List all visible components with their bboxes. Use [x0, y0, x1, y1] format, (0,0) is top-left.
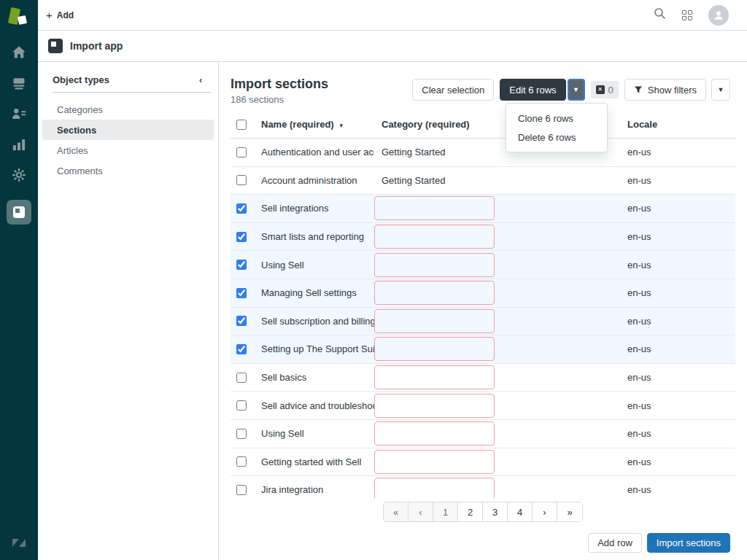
- table-row: Sell subscription and billing en-us: [231, 308, 735, 336]
- row-checkbox[interactable]: [236, 175, 247, 185]
- row-category: [374, 225, 506, 249]
- row-checkbox[interactable]: [236, 485, 247, 495]
- category-input[interactable]: [374, 450, 495, 474]
- category-input[interactable]: [374, 421, 495, 446]
- category-input[interactable]: [374, 478, 495, 498]
- app-switcher-icon[interactable]: [682, 10, 692, 20]
- column-header-name[interactable]: Name (required)▼: [261, 119, 374, 130]
- row-locale: en-us: [620, 147, 735, 158]
- row-locale: en-us: [620, 343, 735, 354]
- app-window: + Add Import app Object types ‹ Categori…: [0, 0, 747, 560]
- category-input[interactable]: [374, 196, 495, 220]
- page-button[interactable]: »: [557, 502, 582, 521]
- edit-rows-button[interactable]: Edit 6 rows: [500, 79, 565, 101]
- row-checkbox[interactable]: [236, 203, 247, 214]
- search-icon[interactable]: [654, 7, 666, 23]
- row-name: Managing Sell settings: [261, 287, 374, 298]
- footer-actions: Add row Import sections: [588, 533, 730, 553]
- add-row-button[interactable]: Add row: [588, 533, 642, 553]
- add-button[interactable]: + Add: [46, 9, 74, 20]
- table-body: Authentication and user accounts Getting…: [231, 139, 735, 498]
- row-checkbox[interactable]: [236, 288, 247, 298]
- row-checkbox[interactable]: [236, 260, 247, 270]
- page-button[interactable]: ‹: [409, 502, 433, 521]
- import-app-icon[interactable]: [7, 200, 31, 225]
- page-button[interactable]: «: [384, 502, 409, 521]
- stack-icon[interactable]: [12, 76, 26, 90]
- page-button[interactable]: 3: [483, 502, 508, 521]
- row-checkbox[interactable]: [236, 429, 247, 439]
- row-checkbox[interactable]: [236, 400, 247, 411]
- menu-item[interactable]: Delete 6 rows: [506, 128, 607, 147]
- clear-selection-button[interactable]: Clear selection: [412, 79, 494, 101]
- row-name: Smart lists and reporting: [261, 231, 374, 242]
- row-category: [374, 281, 506, 305]
- page-button[interactable]: 4: [508, 502, 533, 521]
- row-name: Account administration: [261, 175, 374, 186]
- page-title: Import sections: [231, 77, 328, 92]
- select-all-checkbox[interactable]: [236, 120, 247, 130]
- show-filters-label: Show filters: [648, 85, 697, 96]
- page-button[interactable]: 1: [433, 502, 458, 521]
- row-checkbox[interactable]: [236, 373, 247, 383]
- import-sections-button[interactable]: Import sections: [647, 533, 730, 553]
- table-row: Setting up The Support Suite en-us: [231, 335, 735, 364]
- page-button[interactable]: 2: [458, 502, 483, 521]
- show-filters-button[interactable]: Show filters: [624, 79, 706, 101]
- gear-icon[interactable]: [12, 168, 26, 182]
- avatar[interactable]: [708, 5, 729, 26]
- category-input[interactable]: [374, 309, 495, 333]
- row-locale: en-us: [620, 287, 735, 298]
- table-row: Sell advice and troubleshooting en-us: [231, 392, 735, 420]
- import-app-header-icon: [48, 39, 63, 53]
- sidebar-item-articles[interactable]: Articles: [42, 140, 214, 160]
- row-locale: en-us: [620, 428, 735, 439]
- filter-icon: [634, 85, 643, 94]
- table-row: Sell basics en-us: [231, 364, 735, 392]
- sidebar-item-sections[interactable]: Sections: [42, 120, 214, 140]
- row-checkbox[interactable]: [236, 344, 247, 354]
- category-input[interactable]: [374, 253, 495, 277]
- sections-table: Name (required)▼ Category (required) Loc…: [231, 111, 735, 498]
- home-icon[interactable]: [12, 45, 26, 60]
- menu-item[interactable]: Clone 6 rows: [506, 109, 607, 128]
- table-row: Using Sell en-us: [231, 251, 735, 279]
- more-actions-dropdown-button[interactable]: ▼: [711, 79, 730, 101]
- badge-count: 0: [608, 85, 614, 96]
- row-checkbox[interactable]: [236, 147, 247, 158]
- contacts-icon[interactable]: [12, 106, 26, 121]
- edit-rows-dropdown-button[interactable]: ▼: [568, 79, 585, 101]
- column-header-locale[interactable]: Locale: [620, 119, 735, 130]
- sidebar-item-categories[interactable]: Categories: [42, 99, 214, 120]
- category-input[interactable]: [374, 281, 495, 305]
- zendesk-logo: [11, 537, 27, 551]
- column-header-category[interactable]: Category (required): [374, 119, 506, 130]
- sidebar-item-comments[interactable]: Comments: [42, 160, 214, 181]
- row-locale: en-us: [620, 456, 735, 467]
- row-checkbox[interactable]: [236, 232, 247, 242]
- row-checkbox[interactable]: [236, 316, 247, 326]
- brand-logo-icon[interactable]: [7, 7, 31, 29]
- collapse-panel-icon[interactable]: ‹: [199, 75, 202, 85]
- category-input[interactable]: [374, 337, 495, 361]
- brand-logo-white-shape: [18, 15, 27, 25]
- table-row: Using Sell en-us: [231, 420, 735, 448]
- page-button[interactable]: ›: [533, 502, 557, 521]
- selection-badge[interactable]: ✕ 0: [591, 81, 619, 98]
- row-category: [374, 337, 506, 361]
- chart-icon[interactable]: [12, 137, 26, 152]
- sort-desc-icon: ▼: [338, 122, 344, 129]
- row-locale: en-us: [620, 231, 735, 242]
- row-locale: en-us: [620, 484, 735, 495]
- pagination: «‹1234›»: [383, 502, 583, 522]
- category-input[interactable]: [374, 394, 495, 418]
- plus-icon: +: [46, 9, 53, 20]
- category-input[interactable]: [374, 225, 495, 249]
- row-locale: en-us: [620, 372, 735, 383]
- row-category: [374, 394, 506, 418]
- category-input[interactable]: [374, 365, 495, 389]
- table-row: Getting started with Sell en-us: [231, 448, 735, 477]
- edit-rows-menu: Clone 6 rowsDelete 6 rows: [506, 103, 608, 152]
- table-row: Authentication and user accounts Getting…: [231, 139, 735, 167]
- row-checkbox[interactable]: [236, 456, 247, 467]
